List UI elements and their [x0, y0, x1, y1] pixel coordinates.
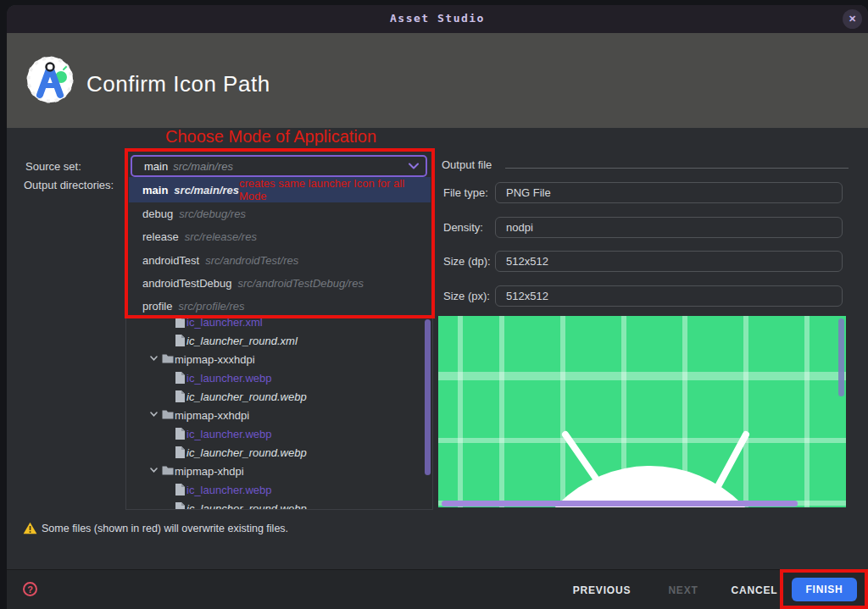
warning-text: Some files (shown in red) will overwrite…: [42, 523, 288, 534]
folder-icon: [162, 465, 174, 475]
finish-button[interactable]: FINISH: [792, 578, 857, 601]
cancel-button[interactable]: CANCEL: [725, 579, 784, 601]
tree-scrollbar[interactable]: [425, 319, 431, 475]
preview-horizontal-scrollbar[interactable]: [442, 501, 798, 507]
combobox-value: main: [144, 160, 168, 173]
folder-icon: [162, 353, 174, 363]
dropdown-item-name: debug: [142, 208, 173, 220]
android-head-graphic: [438, 316, 846, 507]
dropdown-item-name: androidTest: [142, 254, 199, 267]
help-button[interactable]: ?: [23, 582, 37, 596]
size-px-field[interactable]: 512x512: [495, 285, 843, 307]
preview-vertical-scrollbar[interactable]: [838, 318, 844, 396]
file-icon: [175, 427, 186, 440]
next-button[interactable]: NEXT: [659, 579, 707, 601]
dropdown-item-path: src/profile/res: [178, 300, 244, 313]
tree-row-file[interactable]: ic_launcher_round.webp: [126, 499, 432, 510]
tree-row-file[interactable]: ic_launcher_round.webp: [126, 387, 432, 406]
file-icon: [175, 317, 186, 329]
screen: Asset Studio ✕ Confirm Icon Path Source …: [0, 0, 868, 609]
file-icon: [175, 483, 186, 496]
size-px-label: Size (px):: [443, 290, 490, 302]
dropdown-item[interactable]: release src/release/res: [129, 225, 431, 248]
close-icon: ✕: [849, 14, 856, 25]
dropdown-item-path: src/androidTest/res: [205, 254, 298, 267]
tree-row-folder[interactable]: mipmap-xxhdpi: [126, 406, 432, 424]
tree-row-file[interactable]: ic_launcher.xml: [126, 317, 432, 331]
chevron-down-icon: [150, 412, 158, 417]
file-icon: [175, 334, 186, 347]
chevron-down-icon: [409, 163, 419, 169]
tree-row-file[interactable]: ic_launcher_round.webp: [126, 443, 432, 462]
previous-button[interactable]: PREVIOUS: [566, 579, 637, 601]
output-directories-tree: ic_launcher.xml ic_launcher_round.xml mi…: [125, 317, 433, 510]
tree-row-file[interactable]: ic_launcher.webp: [126, 424, 432, 443]
source-set-dropdown: main src/main/res creates same launcher …: [129, 177, 431, 318]
title-bar: Asset Studio ✕: [7, 5, 868, 33]
density-field[interactable]: nodpi: [495, 217, 843, 238]
file-type-label: File type:: [443, 186, 488, 199]
dropdown-item[interactable]: profile src/profile/res: [129, 295, 431, 318]
source-set-label: Source set:: [25, 160, 81, 173]
combobox-path: src/main/res: [173, 160, 233, 173]
output-file-section-label: Output file: [442, 158, 492, 171]
icon-preview: [438, 316, 846, 507]
dropdown-item-name: profile: [142, 300, 172, 313]
chevron-down-icon: [150, 356, 158, 361]
dropdown-item-name: release: [142, 230, 179, 243]
annotation-note: creates same launcher Icon for all Mode: [239, 177, 424, 202]
density-label: Density:: [443, 221, 483, 234]
android-studio-logo-icon: [25, 55, 75, 104]
dropdown-item[interactable]: androidTest src/androidTest/res: [129, 248, 431, 271]
annotation-heading: Choose Mode of Application: [165, 127, 376, 147]
dropdown-item[interactable]: androidTestDebug src/androidTestDebug/re…: [129, 272, 431, 295]
close-button[interactable]: ✕: [843, 9, 862, 29]
dropdown-item-path: src/androidTestDebug/res: [238, 277, 364, 290]
dropdown-item-name: main: [142, 184, 168, 197]
dropdown-item-path: src/debug/res: [179, 208, 246, 220]
dropdown-item-path: src/main/res: [174, 184, 239, 197]
folder-icon: [162, 409, 174, 419]
dropdown-item[interactable]: main src/main/res creates same launcher …: [129, 177, 431, 202]
size-dp-field[interactable]: 512x512: [495, 251, 843, 272]
output-directories-label: Output directories:: [24, 179, 114, 191]
file-icon: [175, 446, 186, 459]
tree-row-file[interactable]: ic_launcher.webp: [126, 480, 432, 499]
tree-row-file[interactable]: ic_launcher.webp: [126, 368, 432, 387]
file-icon: [175, 371, 186, 385]
asset-studio-dialog: Asset Studio ✕ Confirm Icon Path Source …: [7, 5, 868, 609]
dropdown-item-path: src/release/res: [185, 230, 257, 243]
dropdown-item[interactable]: debug src/debug/res: [129, 202, 431, 225]
window-title: Asset Studio: [7, 12, 868, 25]
size-dp-label: Size (dp):: [443, 255, 491, 268]
help-icon: ?: [27, 584, 33, 595]
file-icon: [175, 390, 186, 403]
warning-icon: [23, 522, 37, 538]
tree-row-folder[interactable]: mipmap-xxxhdpi: [126, 350, 432, 368]
section-divider: [505, 168, 849, 169]
tree-row-file[interactable]: ic_launcher_round.xml: [126, 331, 432, 350]
page-title: Confirm Icon Path: [86, 71, 270, 97]
dropdown-item-name: androidTestDebug: [142, 277, 232, 290]
tree-row-folder[interactable]: mipmap-xhdpi: [126, 462, 432, 480]
source-set-combobox[interactable]: main src/main/res: [131, 155, 427, 177]
file-icon: [175, 501, 186, 510]
chevron-down-icon: [150, 468, 158, 473]
file-type-field[interactable]: PNG File: [495, 182, 843, 203]
